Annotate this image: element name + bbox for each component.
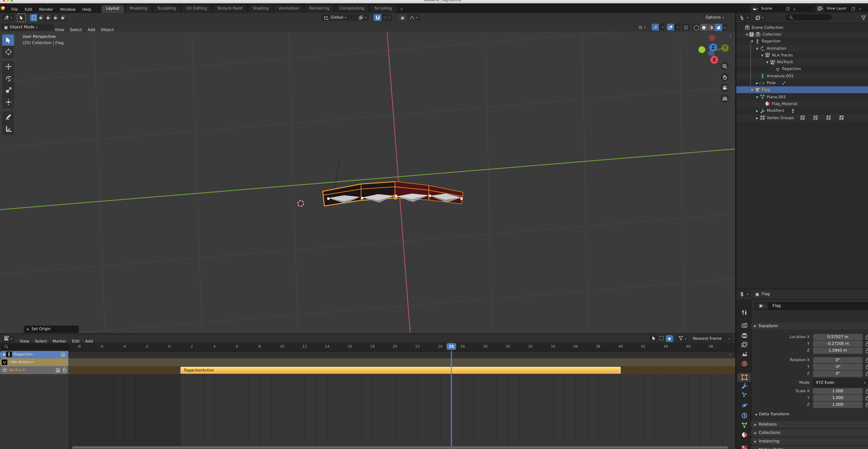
track-name[interactable]: NlaTrack — [9, 368, 25, 372]
proportional-falloff-dropdown[interactable]: ▾ — [407, 14, 420, 21]
disclosure-icon[interactable]: ▶ — [755, 109, 760, 113]
disclosure-icon[interactable]: ▶ — [755, 81, 760, 85]
menu-render[interactable]: Render — [36, 7, 57, 12]
lock-icon[interactable] — [866, 402, 868, 407]
nla-box-select-button[interactable] — [658, 335, 665, 342]
outliner-row-nla-tracks[interactable]: ▼NLA Tracks — [736, 52, 868, 59]
overlays-dropdown[interactable]: ▾ — [674, 24, 680, 31]
outliner-row-armature-003[interactable]: Armature.003 — [736, 72, 868, 80]
section-instancing[interactable]: ▶Instancing∷∷ — [751, 438, 868, 445]
select-mode-subtract[interactable] — [44, 14, 52, 21]
editor-type-3dview-button[interactable]: ▾ — [2, 14, 14, 21]
outliner-row-flagaction[interactable]: ▼flagaction⊙ — [736, 38, 868, 45]
value-field[interactable]: 1.000 — [813, 395, 863, 401]
shading-wireframe-button[interactable]: ◯ — [693, 24, 700, 31]
workspace-tab-texture-paint[interactable]: Texture Paint — [213, 5, 247, 13]
lock-icon[interactable] — [866, 371, 868, 376]
lock-icon[interactable] — [866, 364, 868, 369]
value-field[interactable]: -0° — [813, 364, 863, 370]
shading-material-button[interactable]: ◑ — [708, 24, 715, 31]
nla-track-3[interactable]: NlaTrack✓ — [0, 366, 68, 374]
track-name[interactable]: <No Action> — [9, 360, 34, 364]
view-layer-name[interactable]: View Layer — [824, 6, 851, 11]
shading-rendered-button[interactable]: ◕ — [715, 24, 722, 31]
disclosure-icon[interactable]: ▼ — [755, 47, 760, 50]
view-layer-copy-icon[interactable] — [851, 6, 857, 10]
properties-tab-output[interactable] — [738, 331, 751, 340]
disclosure-icon[interactable]: ▼ — [760, 54, 765, 57]
value-field[interactable]: 1.5943 m — [813, 347, 863, 354]
snap-with-dropdown[interactable]: ∷▾ — [381, 14, 392, 21]
workspace-tab-uv-editing[interactable]: UV Editing — [182, 5, 212, 13]
editor-type-outliner-button[interactable]: ▾ — [738, 14, 751, 21]
pivot-point-dropdown[interactable]: ▾ — [356, 14, 369, 21]
outliner-row-nlatrack[interactable]: ▼NlaTrack — [736, 59, 868, 66]
nla-filter-dropdown[interactable]: ▾ — [676, 335, 689, 342]
options-dropdown[interactable]: Options▾ — [703, 14, 726, 21]
workspace-tab-compositing[interactable]: Compositing — [335, 5, 369, 13]
scene-selector[interactable]: ▾ Scene × — [750, 4, 815, 12]
select-mode-set[interactable] — [30, 14, 37, 21]
nla-track-2[interactable]: <No Action> — [0, 358, 68, 366]
properties-tab-scene[interactable] — [738, 350, 751, 359]
collection-checkbox[interactable]: ✓ — [749, 32, 753, 36]
outliner-row-vertex-groups[interactable]: ▶Vertex Groups — [736, 114, 868, 121]
transform-panel-header[interactable]: ▼ Transform ∷∷ — [751, 323, 868, 330]
overlays-toggle[interactable] — [667, 24, 674, 31]
value-field[interactable]: 0.57527 m — [813, 334, 863, 340]
section-relations[interactable]: ▶Relations∷∷ — [751, 421, 868, 428]
scene-copy-icon[interactable] — [786, 6, 792, 10]
tool-scale[interactable] — [2, 85, 14, 96]
properties-tab-world[interactable] — [738, 359, 751, 368]
blender-logo-icon[interactable] — [0, 5, 8, 11]
snap-toggle-button[interactable] — [374, 14, 381, 21]
properties-tab-object[interactable] — [738, 373, 751, 382]
value-field[interactable]: -0.27205 m — [813, 340, 863, 347]
tool-select-box[interactable] — [2, 34, 14, 46]
select-mode-invert[interactable] — [52, 14, 59, 21]
disclosure-icon[interactable]: ▼ — [2, 353, 6, 356]
properties-tab-tool[interactable] — [738, 308, 751, 317]
perspective-toggle-button[interactable] — [720, 94, 729, 103]
value-field[interactable]: 1.000 — [813, 401, 863, 408]
track-enable-checkbox[interactable]: ✓ — [61, 353, 65, 357]
disclosure-icon[interactable]: ▼ — [745, 33, 749, 36]
lock-icon[interactable] — [866, 341, 868, 346]
editor-type-properties-button[interactable]: ▾ — [738, 291, 751, 297]
outliner-row-flag-material[interactable]: Flag_Material — [736, 100, 868, 107]
properties-tab-physics[interactable] — [738, 401, 751, 410]
active-tool-select-box-button[interactable] — [17, 13, 26, 22]
viewport-canvas[interactable]: User Perspective (25) Collection | Flag … — [0, 32, 735, 333]
outliner-row-plane-003[interactable]: ▼Plane.003 — [736, 93, 868, 100]
current-frame-badge[interactable]: 25 — [446, 343, 456, 350]
nla-show-keyframes-toggle[interactable]: ◆ — [666, 335, 673, 342]
view-layer-unlink-icon[interactable]: × — [857, 6, 863, 10]
workspace-tab-modeling[interactable]: Modeling — [125, 5, 152, 13]
tool-annotate[interactable] — [2, 111, 14, 123]
workspace-tab-layout[interactable]: Layout — [101, 5, 124, 13]
properties-tab-texture[interactable] — [738, 444, 751, 449]
outliner-display-mode-dropdown[interactable]: ▾ — [753, 14, 766, 21]
lock-icon[interactable] — [866, 334, 868, 339]
properties-tab-render[interactable] — [738, 321, 751, 330]
editor-type-nla-button[interactable]: ▾ — [2, 335, 14, 342]
track-name[interactable]: flagaction — [13, 352, 32, 357]
disclosure-icon[interactable]: ▼ — [750, 39, 754, 43]
proportional-edit-toggle[interactable]: ◉ — [398, 14, 407, 21]
nla-track-1[interactable]: ▼flagaction✓ — [0, 351, 68, 358]
pan-button[interactable] — [720, 73, 729, 81]
track-enable-checkbox[interactable]: ✓ — [56, 368, 60, 372]
playhead-line[interactable] — [451, 351, 452, 449]
workspace-tab-shading[interactable]: Shading — [248, 5, 273, 13]
outliner-search-input[interactable] — [786, 14, 832, 20]
tool-rotate[interactable] — [2, 73, 14, 85]
delta-transform-header[interactable]: ▶Delta Transform — [754, 411, 789, 417]
gizmos-toggle[interactable]: ↗ — [652, 24, 659, 31]
tool-move[interactable] — [2, 61, 14, 73]
properties-tab-constraints[interactable] — [738, 411, 751, 420]
outliner-row-flag[interactable]: ▼Flag⊙ — [736, 87, 868, 93]
value-field[interactable]: 1.000 — [813, 388, 863, 394]
mode-dropdown[interactable]: XYZ Euler▾ — [813, 379, 868, 386]
outliner-row-modifiers[interactable]: ▶Modifiers — [736, 107, 868, 114]
select-mode-intersect[interactable] — [59, 14, 66, 21]
